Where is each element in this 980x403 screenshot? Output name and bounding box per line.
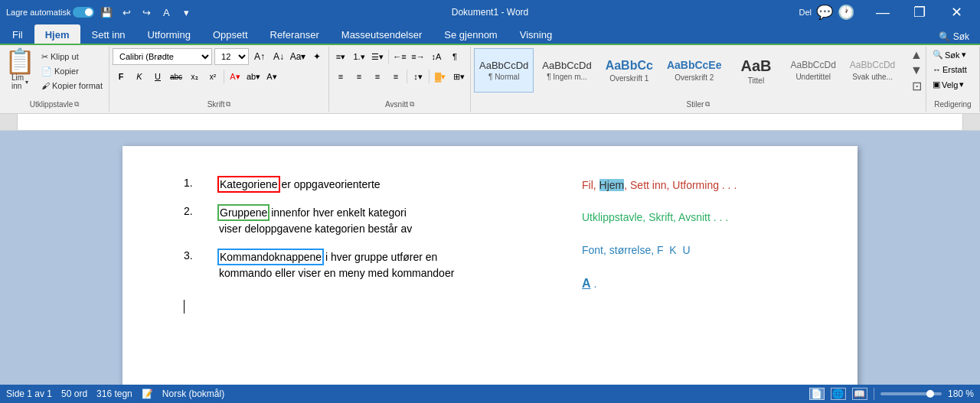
tab-sett-inn[interactable]: Sett inn	[81, 24, 136, 45]
search-button[interactable]: 🔍 Søk ▾	[929, 48, 969, 61]
styles-scroll[interactable]: ▲ ▼ ⊡	[910, 48, 923, 93]
zoom-thumb[interactable]	[926, 390, 934, 398]
search-tab-icon[interactable]: 🔍 Søk	[934, 28, 974, 45]
web-view-button[interactable]: 🌐	[831, 388, 846, 400]
autosave-switch[interactable]	[73, 7, 94, 18]
comment-icon[interactable]: 💬	[816, 4, 833, 21]
select-button[interactable]: ▣ Velg ▾	[929, 78, 967, 91]
tab-visning[interactable]: Visning	[509, 24, 563, 45]
document-page[interactable]: 1. Kategoriene er oppgaveorienterte 2. G…	[122, 146, 858, 385]
ruler-main	[17, 114, 963, 130]
style-normal-preview: AaBbCcDd	[479, 60, 528, 72]
clear-format-button[interactable]: ✦	[309, 48, 325, 65]
increase-indent-button[interactable]: ≡→	[410, 48, 426, 65]
list-number-1: 1.	[184, 177, 207, 189]
paragraph-expand-icon[interactable]: ⧉	[410, 100, 414, 109]
tab-masseutsendelser[interactable]: Masseutsendelser	[331, 24, 433, 45]
style-overskrift1-label: Overskrift 1	[609, 74, 648, 83]
strikethrough-button[interactable]: abc	[168, 68, 185, 85]
font-size-select[interactable]: 12	[214, 48, 249, 65]
redo-icon[interactable]: ↪	[139, 5, 154, 20]
tab-utforming[interactable]: Utforming	[137, 24, 201, 45]
style-svak[interactable]: AaBbCcDd Svak uthe...	[844, 48, 900, 93]
style-overskrift1[interactable]: AaBbCc Overskrift 1	[600, 48, 658, 93]
line-spacing-button[interactable]: ↕▾	[410, 68, 426, 85]
tab-bar: Fil Hjem Sett inn Utforming Oppsett Refe…	[0, 24, 980, 45]
ribbon: Fil Hjem Sett inn Utforming Oppsett Refe…	[0, 24, 980, 114]
font-name-select[interactable]: Calibri (Brødte	[113, 48, 212, 65]
show-marks-button[interactable]: ¶	[446, 48, 463, 65]
style-normal[interactable]: AaBbCcDd ¶ Normal	[474, 48, 534, 93]
list-number-2: 2.	[184, 205, 207, 217]
copy-button[interactable]: 📄 Kopier	[38, 64, 106, 78]
window-title: Dokument1 - Word	[452, 7, 528, 18]
document-area: 1. Kategoriene er oppgaveorienterte 2. G…	[0, 131, 980, 385]
expand-styles-icon[interactable]: ⊡	[912, 79, 922, 93]
font-expand-icon[interactable]: ⧉	[226, 100, 230, 109]
autosave-toggle[interactable]: Lagre automatisk	[6, 7, 94, 18]
style-overskrift2-preview: AaBbCcEe	[667, 59, 722, 72]
align-center-button[interactable]: ≡	[351, 68, 368, 85]
minimize-button[interactable]: —	[865, 0, 900, 24]
subscript-button[interactable]: x₂	[186, 68, 203, 85]
multilevel-button[interactable]: ☰▾	[369, 48, 386, 65]
reading-view-button[interactable]: 📖	[852, 388, 867, 400]
status-bar: Side 1 av 1 50 ord 316 tegn 📝 Norsk (bok…	[0, 385, 980, 403]
numbering-button[interactable]: 1.▾	[351, 48, 368, 65]
history-icon[interactable]: 🕐	[838, 4, 854, 21]
separator	[224, 70, 224, 83]
ruler-left-margin	[0, 114, 17, 130]
format-painter-button[interactable]: 🖌 Kopier format	[38, 79, 106, 93]
scroll-down-icon[interactable]: ▼	[910, 63, 923, 77]
highlight-button[interactable]: ab▾	[245, 68, 262, 85]
decrease-font-button[interactable]: A↓	[270, 48, 287, 65]
restore-button[interactable]: ❐	[902, 0, 937, 24]
paste-button[interactable]: 📋 Liminn ▾	[3, 48, 37, 91]
zoom-slider[interactable]	[880, 392, 942, 395]
style-undertittel[interactable]: AaBbCcDd Undertittel	[785, 48, 841, 93]
tab-oppsett[interactable]: Oppsett	[202, 24, 259, 45]
document-left-column: 1. Kategoriene er oppgaveorienterte 2. G…	[184, 177, 536, 317]
styles-expand-icon[interactable]: ⧉	[705, 100, 710, 109]
print-view-button[interactable]: 📄	[809, 388, 825, 400]
ribbon-panel: 📋 Liminn ▾ ✂ Klipp ut 📄 Kopier 🖌 Kopier …	[0, 45, 980, 114]
replace-button[interactable]: ↔ Erstatt	[929, 63, 970, 76]
paragraph-group: ≡▾ 1.▾ ☰▾ ←≡ ≡→ ↕A ¶ ≡ ≡ ≡ ≡	[329, 47, 471, 112]
bullets-button[interactable]: ≡▾	[332, 48, 349, 65]
char-count: 316 tegn	[96, 388, 132, 399]
clipboard-expand-icon[interactable]: ⧉	[74, 100, 79, 109]
justify-button[interactable]: ≡	[387, 68, 404, 85]
increase-font-button[interactable]: A↑	[251, 48, 268, 65]
undo-icon[interactable]: ↩	[119, 5, 134, 20]
customize-icon[interactable]: ▾	[178, 5, 194, 20]
ruler	[0, 114, 980, 131]
borders-button[interactable]: ⊞▾	[450, 68, 467, 85]
style-overskrift2[interactable]: AaBbCcEe Overskrift 2	[662, 48, 727, 93]
align-right-button[interactable]: ≡	[369, 68, 386, 85]
save-icon[interactable]: 💾	[99, 5, 114, 20]
scroll-up-icon[interactable]: ▲	[910, 48, 923, 62]
style-tittel[interactable]: AaB Tittel	[730, 48, 782, 93]
font-color-icon[interactable]: A	[158, 5, 174, 20]
style-ingen[interactable]: AaBbCcDd ¶ Ingen m...	[537, 48, 596, 93]
tab-hjem[interactable]: Hjem	[34, 24, 80, 45]
change-case-button[interactable]: Aa▾	[289, 48, 306, 65]
close-button[interactable]: ✕	[939, 0, 974, 24]
font-color2-button[interactable]: A▾	[263, 68, 280, 85]
decrease-indent-button[interactable]: ←≡	[391, 48, 408, 65]
tab-referanser[interactable]: Referanser	[260, 24, 330, 45]
track-changes-icon[interactable]: 📝	[142, 388, 153, 399]
sort-button[interactable]: ↕A	[428, 48, 445, 65]
cursor-area[interactable]	[184, 300, 536, 317]
share-button[interactable]: Del	[799, 8, 812, 17]
cut-button[interactable]: ✂ Klipp ut	[38, 50, 106, 63]
font-color-button[interactable]: A▾	[227, 68, 243, 85]
tab-se-gjennom[interactable]: Se gjennom	[433, 24, 508, 45]
align-left-button[interactable]: ≡	[332, 68, 349, 85]
bold-button[interactable]: F	[113, 68, 129, 85]
shading-button[interactable]: ▓▾	[432, 68, 449, 85]
tab-fil[interactable]: Fil	[2, 24, 34, 45]
superscript-button[interactable]: x²	[204, 68, 221, 85]
underline-button[interactable]: U	[149, 68, 166, 85]
italic-button[interactable]: K	[131, 68, 148, 85]
